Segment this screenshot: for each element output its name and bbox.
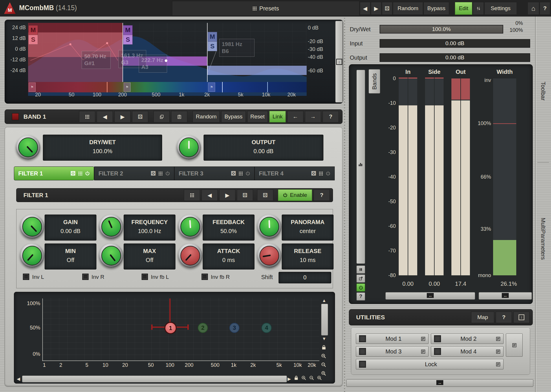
- settings-button[interactable]: Settings: [484, 2, 517, 15]
- band-split-2[interactable]: [207, 23, 208, 92]
- band2-mid-button[interactable]: M: [123, 25, 133, 35]
- help-icon[interactable]: ?: [540, 2, 550, 15]
- inv-fb-r-checkbox[interactable]: [202, 274, 208, 280]
- next-preset-button[interactable]: ▶: [371, 2, 381, 15]
- vertical-resize-icon[interactable]: ↕: [336, 59, 342, 65]
- filter-help-icon[interactable]: ?: [314, 189, 330, 201]
- zoom-out-icon[interactable]: [321, 362, 326, 369]
- h-zoom-out-icon[interactable]: [309, 375, 314, 382]
- release-knob[interactable]: [257, 243, 281, 268]
- band-presets-icon[interactable]: [79, 111, 95, 122]
- filter-dice-icon[interactable]: ⚄: [237, 189, 253, 201]
- map-button[interactable]: Map: [471, 312, 494, 323]
- analyzer-zoom-strip[interactable]: ↕: [335, 21, 343, 102]
- feedback-display[interactable]: FEEDBACK50.0%: [203, 215, 255, 241]
- home-icon[interactable]: ⌂: [528, 2, 539, 15]
- band3-flag-icon[interactable]: ⚑: [208, 83, 215, 92]
- mod2-button[interactable]: Mod 2: [431, 334, 504, 344]
- filter-next-icon[interactable]: ▶: [219, 189, 235, 201]
- band-dice-icon[interactable]: ⚄: [132, 111, 148, 122]
- band1-mid-button[interactable]: M: [28, 25, 38, 35]
- feedback-knob[interactable]: [178, 215, 202, 239]
- dice-icon[interactable]: ⚄: [231, 170, 236, 177]
- shift-display[interactable]: 0: [279, 272, 331, 283]
- band3-mid-button[interactable]: M: [208, 32, 217, 42]
- tab-multiparameters[interactable]: MultiParameters: [540, 218, 546, 260]
- grid-icon[interactable]: [319, 172, 323, 175]
- graph-point-3[interactable]: 3: [229, 323, 239, 333]
- right-hscrollbar[interactable]: ↔: [346, 379, 533, 387]
- dice-icon[interactable]: ⚄: [151, 170, 156, 177]
- tab-filter-3[interactable]: FILTER 3 ⚄: [174, 166, 255, 180]
- band-graph-plot[interactable]: [42, 298, 319, 361]
- band2-flag-icon[interactable]: ⚑: [124, 83, 131, 92]
- attack-display[interactable]: ATTACK0 ms: [203, 243, 255, 270]
- band-link-button[interactable]: Link: [269, 111, 286, 122]
- gain-knob[interactable]: [20, 215, 44, 239]
- prev-preset-button[interactable]: ◀: [360, 2, 370, 15]
- presets-button[interactable]: Presets: [172, 1, 360, 16]
- band-bypass-button[interactable]: Bypass: [221, 111, 246, 122]
- attack-knob[interactable]: [178, 243, 202, 268]
- power-icon[interactable]: [246, 171, 250, 176]
- max-display[interactable]: MAXOff: [124, 243, 175, 270]
- panorama-knob[interactable]: [257, 215, 281, 239]
- tab-filter-2[interactable]: FILTER 2 ⚄: [94, 166, 174, 180]
- graph-scroll-down-icon[interactable]: ▼: [322, 336, 326, 341]
- band-arrow-left-icon[interactable]: ←: [287, 111, 303, 122]
- mod3-checkbox[interactable]: [359, 348, 366, 355]
- drywet-display[interactable]: DRY/WET100.0%: [43, 135, 162, 161]
- grid-icon[interactable]: [239, 172, 243, 175]
- meters-hscrollbar-1[interactable]: ↔: [385, 292, 475, 300]
- filter-prev-icon[interactable]: ◀: [202, 189, 218, 201]
- band1-flag-icon[interactable]: ⚑: [29, 83, 36, 92]
- meter-pause-button[interactable]: [356, 265, 365, 274]
- tab-filter-4[interactable]: FILTER 4 ⚄: [255, 166, 335, 180]
- graph-point-4[interactable]: 4: [261, 323, 272, 333]
- inv-l-checkbox[interactable]: [23, 274, 29, 280]
- random-button[interactable]: Random: [393, 2, 423, 15]
- meter-power-button[interactable]: [356, 283, 365, 292]
- dice-icon[interactable]: ⚄: [311, 170, 316, 177]
- h-zoom-in-icon[interactable]: [301, 375, 306, 382]
- band3-region[interactable]: [207, 66, 307, 75]
- analyzer-plot[interactable]: M S 50.70 HzG#1 M S 161.3 HzG3 222.7 HzA…: [28, 23, 307, 96]
- min-knob[interactable]: [20, 243, 44, 268]
- edit-button[interactable]: Edit: [455, 2, 472, 15]
- band3-side-button[interactable]: S: [208, 41, 217, 51]
- band-help-icon[interactable]: ?: [323, 111, 339, 122]
- band-output-knob[interactable]: [177, 135, 201, 160]
- zoom-in-icon[interactable]: [321, 353, 326, 360]
- band-arrow-right-icon[interactable]: →: [305, 111, 321, 122]
- frequency-knob[interactable]: [99, 215, 123, 239]
- mod1-checkbox[interactable]: [359, 335, 366, 342]
- filter-enable-button[interactable]: Enable: [278, 189, 312, 201]
- meter-help-button[interactable]: ?: [356, 292, 365, 301]
- h-lock-icon[interactable]: [294, 375, 298, 381]
- mod4-checkbox[interactable]: [434, 348, 441, 355]
- inv-fb-l-checkbox[interactable]: [142, 274, 148, 280]
- lock-icon[interactable]: [322, 345, 326, 351]
- mod1-button[interactable]: Mod 1: [356, 334, 429, 344]
- drywet-slider[interactable]: 100.0%: [380, 25, 503, 34]
- filter-presets-icon[interactable]: [184, 189, 200, 201]
- tab-filter-1[interactable]: FILTER 1 ⚄: [14, 166, 94, 180]
- frequency-display[interactable]: FREQUENCY100.0 Hz: [124, 215, 175, 241]
- graph-scroll-up-icon[interactable]: ▲: [322, 298, 326, 303]
- grid-icon[interactable]: [159, 172, 162, 175]
- mod4-button[interactable]: Mod 4: [431, 346, 504, 357]
- mods-menu-button[interactable]: [506, 334, 523, 357]
- dice-icon[interactable]: ⚄: [382, 2, 392, 15]
- graph-scroll-left-icon[interactable]: ◀: [17, 376, 20, 382]
- graph-vscrollbar[interactable]: [321, 304, 328, 336]
- min-display[interactable]: MINOff: [45, 243, 96, 270]
- utilities-resize-icon[interactable]: ↕: [513, 312, 530, 323]
- panorama-display[interactable]: PANORAMAcenter: [282, 215, 334, 241]
- band-next-icon[interactable]: ▶: [114, 111, 131, 122]
- graph-point-2[interactable]: 2: [198, 323, 208, 333]
- lock-button[interactable]: Lock: [356, 359, 504, 369]
- output-slider[interactable]: 0.00 dB: [380, 53, 530, 62]
- graph-hscrollbar[interactable]: [22, 375, 287, 382]
- lock-checkbox[interactable]: [359, 361, 366, 368]
- bypass-button[interactable]: Bypass: [424, 2, 449, 15]
